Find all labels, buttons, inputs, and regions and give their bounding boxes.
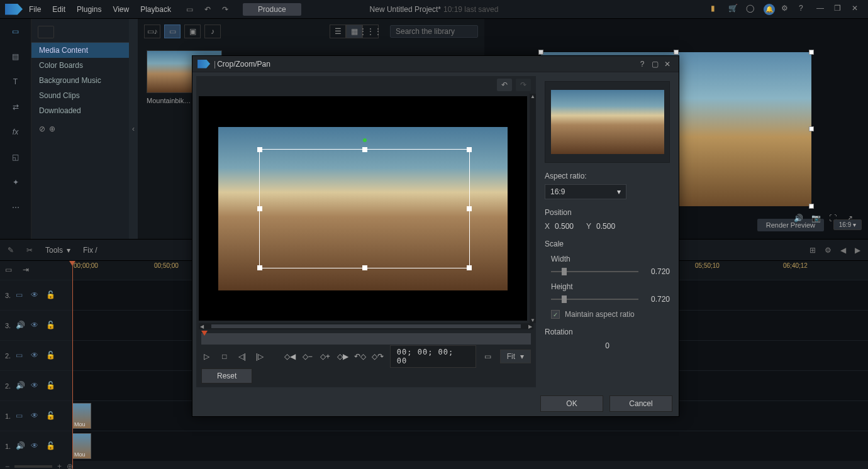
rail-overlay-icon[interactable]: ◱ bbox=[8, 150, 23, 165]
side-item-downloaded[interactable]: Downloaded bbox=[31, 103, 129, 118]
crop-handle-tl[interactable] bbox=[257, 147, 262, 152]
track-visibility-icon[interactable]: 👁 bbox=[31, 411, 41, 421]
side-item-color-boards[interactable]: Color Boards bbox=[31, 58, 129, 73]
tool-arrow-left-icon[interactable]: ◀ bbox=[840, 246, 846, 255]
crop-handle-tm[interactable] bbox=[362, 147, 367, 152]
track-visibility-icon[interactable]: 👁 bbox=[31, 381, 41, 391]
pos-y-value[interactable]: 0.500 bbox=[596, 222, 615, 231]
height-slider[interactable] bbox=[551, 299, 638, 300]
track-audio-icon[interactable]: 🔊 bbox=[16, 441, 26, 451]
crop-hscroll[interactable] bbox=[199, 323, 533, 329]
filter-all-icon[interactable]: ▭ bbox=[164, 25, 181, 38]
next-frame-icon[interactable]: |▷ bbox=[254, 351, 265, 362]
preview-handle-br[interactable] bbox=[809, 204, 814, 209]
play-icon[interactable]: ▷ bbox=[201, 351, 213, 362]
timeline-clip[interactable]: Mou bbox=[72, 433, 91, 459]
cart-icon[interactable]: 🛒 bbox=[728, 4, 740, 15]
gear-icon[interactable]: ⚙ bbox=[781, 4, 793, 15]
rail-media-icon[interactable]: ▭ bbox=[8, 24, 23, 39]
dialog-help-icon[interactable]: ? bbox=[636, 58, 648, 70]
track-visibility-icon[interactable]: 👁 bbox=[31, 441, 41, 451]
gift-icon[interactable]: ▮ bbox=[711, 4, 722, 15]
reset-button[interactable]: Reset bbox=[201, 368, 252, 383]
rail-more-icon[interactable]: ⋯ bbox=[8, 200, 23, 215]
maximize-icon[interactable]: ❐ bbox=[834, 4, 845, 15]
undo-icon[interactable]: ↶ bbox=[201, 3, 214, 16]
side-item-sound-clips[interactable]: Sound Clips bbox=[31, 88, 129, 103]
panel-add-icon[interactable] bbox=[38, 26, 54, 38]
remove-keyframe-icon[interactable]: ◇− bbox=[302, 351, 313, 362]
crop-handle-br[interactable] bbox=[467, 265, 472, 270]
preview-snapshot-icon[interactable]: 📷 bbox=[811, 214, 824, 226]
track-video-icon[interactable]: ▭ bbox=[16, 290, 26, 301]
view-list-icon[interactable]: ☰ bbox=[330, 25, 346, 38]
view-details-icon[interactable]: ⋮⋮⋮ bbox=[362, 25, 379, 38]
side-item-bg-music[interactable]: Background Music bbox=[31, 73, 129, 88]
crop-timeline[interactable] bbox=[201, 333, 531, 345]
produce-button[interactable]: Produce bbox=[243, 3, 301, 16]
preview-handle-rm[interactable] bbox=[809, 126, 814, 131]
track-lock-icon[interactable]: 🔓 bbox=[46, 441, 56, 451]
maintain-aspect-checkbox[interactable]: ✓ bbox=[551, 310, 560, 319]
playhead[interactable] bbox=[72, 261, 73, 469]
crop-vscroll[interactable] bbox=[530, 94, 536, 323]
redo-icon[interactable]: ↷ bbox=[219, 3, 231, 16]
timeline-clip[interactable]: Mou bbox=[72, 403, 91, 429]
ok-button[interactable]: OK bbox=[540, 395, 603, 412]
filter-video-icon[interactable]: ▭♪ bbox=[144, 25, 160, 38]
track-visibility-icon[interactable]: 👁 bbox=[31, 321, 41, 331]
height-slider-thumb[interactable] bbox=[562, 295, 567, 303]
crop-handle-lm[interactable] bbox=[257, 206, 262, 211]
dialog-redo-icon[interactable]: ↷ bbox=[516, 79, 531, 91]
track-video-icon[interactable]: ▭ bbox=[16, 411, 26, 421]
menu-playback[interactable]: Playback bbox=[140, 5, 171, 14]
zoom-slider[interactable] bbox=[14, 465, 52, 468]
crop-playhead[interactable] bbox=[201, 331, 208, 336]
close-app-icon[interactable]: ✕ bbox=[852, 4, 863, 15]
preview-handle-tr[interactable] bbox=[809, 50, 814, 55]
minimize-icon[interactable]: — bbox=[816, 4, 828, 15]
track-snap-icon[interactable]: ⇥ bbox=[23, 265, 35, 275]
notification-icon[interactable]: 🔔 bbox=[764, 4, 775, 15]
track-lock-icon[interactable]: 🔓 bbox=[46, 351, 56, 361]
rail-text-icon[interactable]: T bbox=[8, 74, 23, 89]
preview-handle-tm[interactable] bbox=[674, 50, 679, 55]
timecode-display[interactable]: 00; 00; 00; 00 bbox=[390, 345, 476, 368]
track-video-icon[interactable]: ▭ bbox=[16, 351, 26, 361]
help-icon[interactable]: ? bbox=[799, 4, 810, 15]
preview-aspect-selector[interactable]: 16:9 ▾ bbox=[833, 219, 862, 230]
rail-filmstrip-icon[interactable]: ▤ bbox=[8, 49, 23, 64]
crop-handle-bl[interactable] bbox=[257, 265, 262, 270]
crop-handle-rm[interactable] bbox=[467, 206, 472, 211]
menu-file[interactable]: File bbox=[29, 5, 41, 14]
crop-viewport[interactable] bbox=[199, 96, 527, 321]
dup-next-icon[interactable]: ◇↷ bbox=[372, 351, 384, 362]
preview-handle-tl[interactable] bbox=[538, 50, 543, 55]
search-input[interactable] bbox=[396, 27, 490, 36]
track-lock-icon[interactable]: 🔓 bbox=[46, 381, 56, 391]
fix-menu[interactable]: Fix / bbox=[83, 246, 97, 255]
track-lock-icon[interactable]: 🔓 bbox=[46, 290, 56, 301]
menu-plugins[interactable]: Plugins bbox=[77, 5, 101, 14]
track-audio-icon[interactable]: 🔊 bbox=[16, 321, 26, 331]
width-value[interactable]: 0.720 bbox=[645, 267, 670, 276]
cut-icon[interactable]: ✂ bbox=[26, 246, 33, 255]
dialog-maximize-icon[interactable]: ▢ bbox=[648, 58, 661, 70]
stop-icon[interactable]: □ bbox=[219, 351, 230, 362]
prev-frame-icon[interactable]: ◁| bbox=[236, 351, 248, 362]
next-keyframe-icon[interactable]: ◇▶ bbox=[337, 351, 348, 362]
menu-edit[interactable]: Edit bbox=[52, 5, 65, 14]
dup-prev-icon[interactable]: ↶◇ bbox=[355, 351, 366, 362]
width-slider[interactable] bbox=[551, 271, 638, 272]
crop-handle-tr[interactable] bbox=[467, 147, 472, 152]
tool-ruler-icon[interactable]: ⊞ bbox=[810, 246, 816, 255]
rotation-value[interactable]: 0 bbox=[545, 341, 670, 350]
track-audio-icon[interactable]: 🔊 bbox=[16, 381, 26, 391]
track-visibility-icon[interactable]: 👁 bbox=[31, 351, 41, 361]
rotation-handle[interactable] bbox=[363, 138, 367, 142]
add-tag-icon[interactable]: ⊕ bbox=[49, 124, 55, 133]
zoom-in-icon[interactable]: + bbox=[57, 462, 62, 469]
rail-fx-icon[interactable]: fx bbox=[8, 124, 23, 140]
rail-particle-icon[interactable]: ✦ bbox=[8, 175, 23, 190]
zoom-out-icon[interactable]: − bbox=[5, 462, 9, 469]
